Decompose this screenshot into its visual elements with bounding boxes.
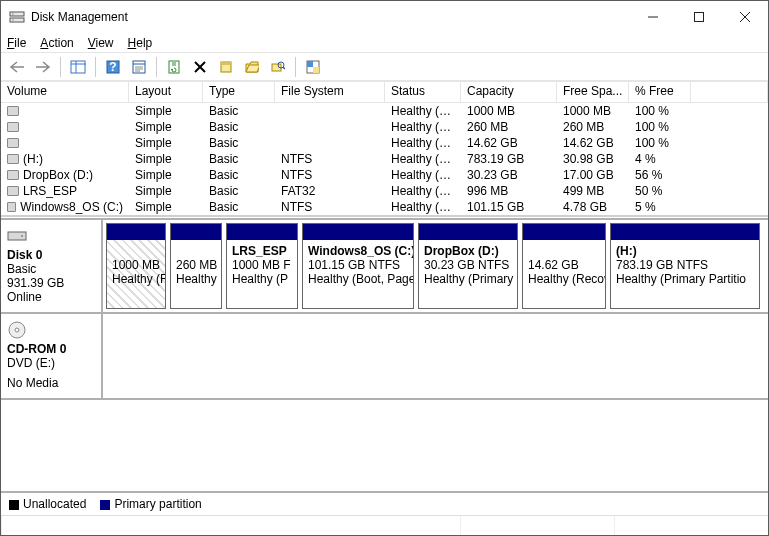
show-hide-tree-button[interactable]: [66, 55, 90, 79]
statusbar: [1, 515, 768, 535]
volume-fs: NTFS: [275, 168, 385, 182]
volume-row[interactable]: SimpleBasicHealthy (R...1000 MB1000 MB10…: [1, 103, 768, 119]
delete-button[interactable]: [188, 55, 212, 79]
partition[interactable]: 260 MBHealthy: [170, 223, 222, 309]
volume-free: 1000 MB: [557, 104, 629, 118]
volume-layout: Simple: [129, 200, 203, 214]
volume-pct: 100 %: [629, 104, 691, 118]
volume-icon: [7, 122, 19, 132]
svg-point-3: [12, 19, 14, 21]
volume-row[interactable]: SimpleBasicHealthy (E...260 MB260 MB100 …: [1, 119, 768, 135]
toolbar: ?: [1, 53, 768, 81]
volume-icon: [7, 138, 19, 148]
volume-type: Basic: [203, 152, 275, 166]
volume-layout: Simple: [129, 120, 203, 134]
format-button[interactable]: [214, 55, 238, 79]
cdrom-label: CD-ROM 0 DVD (E:) No Media: [1, 314, 103, 398]
partition[interactable]: LRS_ESP1000 MB FHealthy (P: [226, 223, 298, 309]
disk-icon: [7, 226, 27, 246]
titlebar[interactable]: Disk Management: [1, 1, 768, 33]
volume-pct: 50 %: [629, 184, 691, 198]
app-icon: [9, 9, 25, 25]
col-spacer: [691, 82, 768, 102]
column-headers: Volume Layout Type File System Status Ca…: [1, 81, 768, 103]
volume-capacity: 260 MB: [461, 120, 557, 134]
disk-0-row[interactable]: Disk 0 Basic 931.39 GB Online 1000 MBHea…: [1, 218, 768, 314]
help-button[interactable]: ?: [101, 55, 125, 79]
window-title: Disk Management: [31, 10, 630, 24]
partition[interactable]: 14.62 GBHealthy (Recov: [522, 223, 606, 309]
forward-button[interactable]: [31, 55, 55, 79]
col-layout[interactable]: Layout: [129, 82, 203, 102]
col-volume[interactable]: Volume: [1, 82, 129, 102]
minimize-button[interactable]: [630, 1, 676, 33]
svg-rect-27: [307, 61, 313, 67]
volume-row[interactable]: Windows8_OS (C:)SimpleBasicNTFSHealthy (…: [1, 199, 768, 215]
menu-action[interactable]: Action: [40, 36, 73, 50]
volume-row[interactable]: SimpleBasicHealthy (R...14.62 GB14.62 GB…: [1, 135, 768, 151]
refresh-button[interactable]: [162, 55, 186, 79]
unallocated-swatch: [9, 500, 19, 510]
volume-layout: Simple: [129, 168, 203, 182]
svg-rect-29: [8, 232, 26, 240]
volume-row[interactable]: LRS_ESPSimpleBasicFAT32Healthy (P...996 …: [1, 183, 768, 199]
volume-row[interactable]: (H:)SimpleBasicNTFSHealthy (P...783.19 G…: [1, 151, 768, 167]
volume-pct: 56 %: [629, 168, 691, 182]
menu-view[interactable]: View: [88, 36, 114, 50]
volume-status: Healthy (E...: [385, 120, 461, 134]
back-button[interactable]: [5, 55, 29, 79]
legend: Unallocated Primary partition: [1, 491, 768, 515]
volume-name: (H:): [23, 152, 43, 166]
volume-free: 30.98 GB: [557, 152, 629, 166]
volume-layout: Simple: [129, 152, 203, 166]
col-status[interactable]: Status: [385, 82, 461, 102]
col-capacity[interactable]: Capacity: [461, 82, 557, 102]
volume-name: DropBox (D:): [23, 168, 93, 182]
volume-icon: [7, 202, 16, 212]
volume-layout: Simple: [129, 104, 203, 118]
volume-free: 4.78 GB: [557, 200, 629, 214]
svg-rect-5: [695, 13, 704, 22]
volume-fs: FAT32: [275, 184, 385, 198]
menu-help[interactable]: Help: [128, 36, 153, 50]
volume-pct: 5 %: [629, 200, 691, 214]
partition[interactable]: Windows8_OS (C:)101.15 GB NTFSHealthy (B…: [302, 223, 414, 309]
cdrom-icon: [7, 320, 27, 340]
volume-status: Healthy (P...: [385, 152, 461, 166]
explore-button[interactable]: [240, 55, 264, 79]
volume-icon: [7, 106, 19, 116]
volume-layout: Simple: [129, 136, 203, 150]
col-type[interactable]: Type: [203, 82, 275, 102]
volume-status: Healthy (R...: [385, 136, 461, 150]
volume-layout: Simple: [129, 184, 203, 198]
volume-capacity: 783.19 GB: [461, 152, 557, 166]
menubar: File Action View Help: [1, 33, 768, 53]
volume-name: [23, 104, 113, 118]
volume-row[interactable]: DropBox (D:)SimpleBasicNTFSHealthy (P...…: [1, 167, 768, 183]
svg-point-32: [15, 328, 19, 332]
volume-status: Healthy (B...: [385, 200, 461, 214]
volume-status: Healthy (R...: [385, 104, 461, 118]
partition[interactable]: 1000 MBHealthy (R: [106, 223, 166, 309]
properties-button[interactable]: [127, 55, 151, 79]
svg-rect-0: [10, 12, 24, 16]
settings-button[interactable]: [301, 55, 325, 79]
volume-icon: [7, 170, 19, 180]
menu-file[interactable]: File: [7, 36, 26, 50]
volume-status: Healthy (P...: [385, 168, 461, 182]
col-filesystem[interactable]: File System: [275, 82, 385, 102]
maximize-button[interactable]: [676, 1, 722, 33]
volume-free: 14.62 GB: [557, 136, 629, 150]
volume-type: Basic: [203, 136, 275, 150]
col-pctfree[interactable]: % Free: [629, 82, 691, 102]
partition[interactable]: (H:)783.19 GB NTFSHealthy (Primary Parti…: [610, 223, 760, 309]
disk-management-window: Disk Management File Action View Help ? …: [0, 0, 769, 536]
volume-list[interactable]: Volume Layout Type File System Status Ca…: [1, 81, 768, 217]
partition[interactable]: DropBox (D:)30.23 GB NTFSHealthy (Primar…: [418, 223, 518, 309]
close-button[interactable]: [722, 1, 768, 33]
svg-line-25: [283, 67, 285, 69]
cdrom-row[interactable]: CD-ROM 0 DVD (E:) No Media: [1, 314, 768, 400]
rescan-button[interactable]: [266, 55, 290, 79]
volume-free: 17.00 GB: [557, 168, 629, 182]
col-free[interactable]: Free Spa...: [557, 82, 629, 102]
